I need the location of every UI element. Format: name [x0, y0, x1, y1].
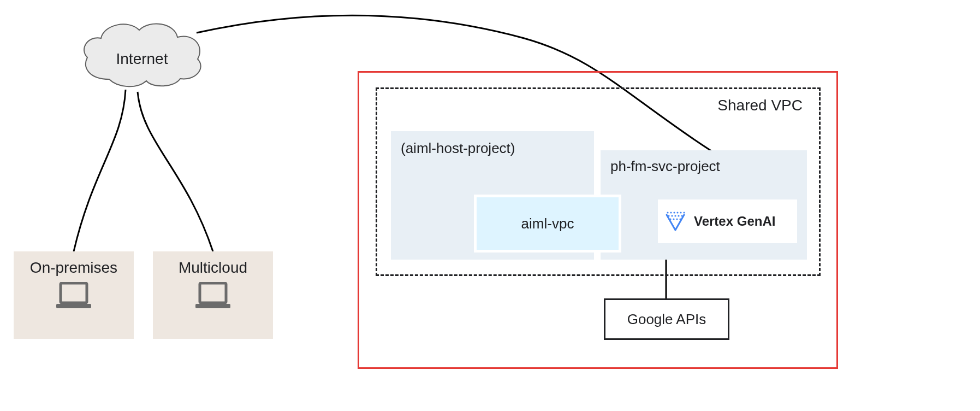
laptop-icon — [55, 282, 92, 309]
aiml-host-project-label: (aiml-host-project) — [401, 140, 584, 157]
internet-label: Internet — [76, 50, 207, 68]
multicloud-box: Multicloud — [153, 251, 273, 339]
on-premises-label: On-premises — [14, 259, 134, 277]
on-premises-box: On-premises — [14, 251, 134, 339]
svg-point-9 — [683, 212, 685, 213]
internet-cloud: Internet — [76, 16, 207, 93]
svg-point-4 — [667, 212, 668, 213]
vertex-genai-box: Vertex GenAI — [655, 197, 800, 246]
svg-point-8 — [680, 212, 681, 213]
vertex-genai-label: Vertex GenAI — [694, 214, 775, 229]
svg-point-17 — [676, 218, 678, 220]
aiml-vpc-box: aiml-vpc — [474, 195, 621, 253]
svg-point-7 — [676, 212, 678, 213]
svg-point-6 — [673, 212, 675, 213]
google-apis-label: Google APIs — [627, 311, 706, 328]
svg-rect-2 — [200, 283, 226, 303]
multicloud-label: Multicloud — [153, 259, 273, 277]
svg-point-13 — [678, 215, 679, 216]
svg-rect-3 — [195, 304, 230, 308]
svg-point-12 — [674, 215, 676, 216]
svg-point-5 — [670, 212, 672, 213]
aiml-vpc-label: aiml-vpc — [521, 215, 574, 232]
svg-rect-1 — [56, 304, 91, 308]
svg-point-11 — [671, 215, 673, 216]
vertex-ai-icon — [663, 209, 687, 233]
svg-rect-0 — [61, 283, 87, 303]
ph-fm-svc-project-label: ph-fm-svc-project — [610, 158, 797, 175]
svg-point-16 — [673, 218, 674, 220]
google-apis-box: Google APIs — [604, 298, 729, 340]
laptop-icon — [194, 282, 231, 309]
shared-vpc-label: Shared VPC — [717, 97, 803, 114]
